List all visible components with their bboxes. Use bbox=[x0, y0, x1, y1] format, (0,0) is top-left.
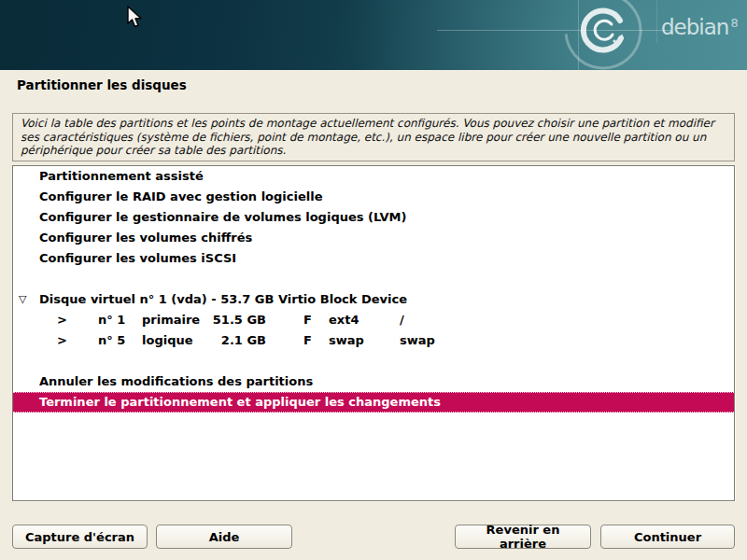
continue-button[interactable]: Continuer bbox=[600, 525, 735, 549]
debian-swirl-icon bbox=[558, 0, 652, 70]
list-item-finish-partitioning[interactable]: Terminer le partitionnement et appliquer… bbox=[13, 392, 734, 413]
partition-number: n° 1 bbox=[98, 310, 125, 330]
list-item-configure-encrypted[interactable]: Configurer les volumes chiffrés bbox=[13, 228, 734, 248]
description-box: Voici la table des partitions et les poi… bbox=[12, 113, 735, 161]
go-back-button[interactable]: Revenir en arrière bbox=[455, 525, 591, 549]
list-item-partition-5[interactable]: > n° 5 logique 2.1 GB F swap swap bbox=[13, 330, 734, 351]
list-item-undo-changes[interactable]: Annuler les modifications des partitions bbox=[13, 371, 734, 392]
partition-size: 51.5 GB bbox=[173, 310, 266, 330]
disk-label: Disque virtuel n° 1 (vda) - 53.7 GB Virt… bbox=[39, 289, 407, 310]
help-button[interactable]: Aide bbox=[156, 525, 292, 549]
partition-flag: F bbox=[303, 330, 312, 351]
partition-flag: F bbox=[303, 310, 312, 330]
brand-text: debian bbox=[661, 15, 728, 39]
list-spacer bbox=[13, 269, 734, 289]
list-item-disk-header[interactable]: ▽ Disque virtuel n° 1 (vda) - 53.7 GB Vi… bbox=[13, 289, 734, 310]
partition-number: n° 5 bbox=[98, 330, 125, 351]
installer-window: debian8 Partitionner les disques Voici l… bbox=[0, 0, 747, 560]
partition-size: 2.1 GB bbox=[173, 330, 266, 351]
list-item-configure-iscsi[interactable]: Configurer les volumes iSCSI bbox=[13, 248, 734, 269]
list-item-partition-1[interactable]: > n° 1 primaire 51.5 GB F ext4 / bbox=[13, 310, 734, 330]
partition-filesystem: ext4 bbox=[329, 310, 359, 330]
partition-filesystem: swap bbox=[329, 330, 364, 351]
list-item-guided-partitioning[interactable]: Partitionnement assisté bbox=[13, 166, 734, 187]
selected-item-label: Terminer le partitionnement et appliquer… bbox=[13, 395, 441, 409]
partition-marker-icon: > bbox=[57, 330, 67, 351]
mouse-cursor-icon bbox=[127, 6, 144, 30]
list-spacer bbox=[13, 351, 734, 371]
partition-mountpoint: swap bbox=[400, 330, 435, 351]
partition-listbox: Partitionnement assisté Configurer le RA… bbox=[12, 165, 735, 501]
banner: debian8 bbox=[0, 0, 747, 70]
crosshair-line-vertical-2 bbox=[656, 0, 657, 43]
partition-mountpoint: / bbox=[400, 310, 404, 330]
page-title: Partitionner les disques bbox=[17, 77, 187, 92]
debian-wordmark: debian8 bbox=[661, 17, 739, 38]
description-text: Voici la table des partitions et les poi… bbox=[21, 117, 726, 158]
screenshot-button[interactable]: Capture d'écran bbox=[12, 525, 148, 549]
list-item-configure-lvm[interactable]: Configurer le gestionnaire de volumes lo… bbox=[13, 207, 734, 228]
partition-marker-icon: > bbox=[57, 310, 67, 330]
list-item-configure-raid[interactable]: Configurer le RAID avec gestion logiciel… bbox=[13, 187, 734, 207]
version-text: 8 bbox=[730, 16, 738, 30]
expander-triangle-icon[interactable]: ▽ bbox=[19, 289, 26, 310]
